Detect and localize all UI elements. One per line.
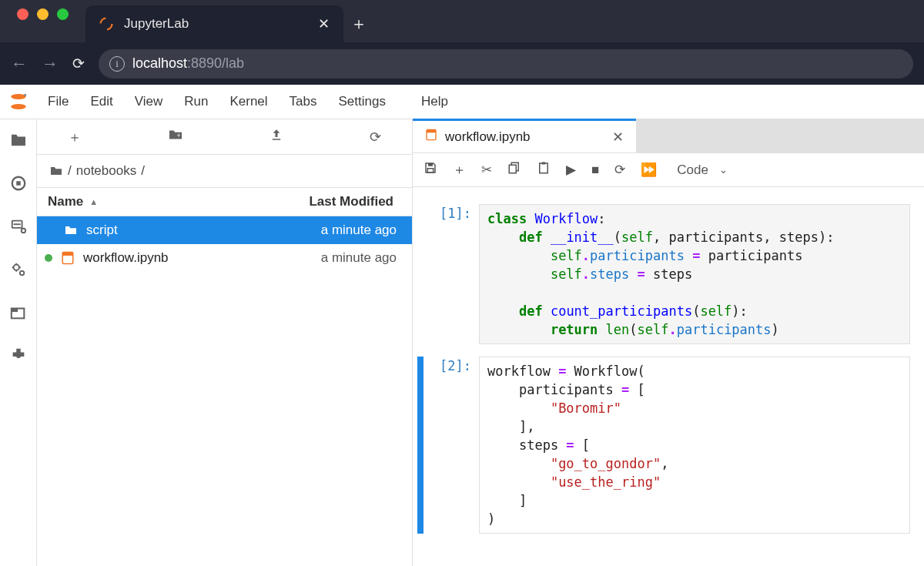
svg-rect-21 [509, 165, 516, 173]
notebook-tab-title: workflow.ipynb [445, 129, 531, 145]
svg-point-0 [101, 18, 112, 30]
cell-source[interactable]: workflow = Workflow( participants = [ "B… [479, 357, 910, 534]
paste-icon[interactable] [537, 160, 551, 179]
jupyter-logo-icon[interactable] [0, 85, 37, 119]
svg-point-9 [19, 271, 24, 276]
tabs-icon[interactable] [8, 303, 28, 323]
folder-icon [49, 166, 63, 176]
cell-source[interactable]: class Workflow: def __init__(self, parti… [479, 204, 910, 344]
run-all-icon[interactable]: ⏩ [641, 162, 657, 178]
close-icon[interactable]: ✕ [612, 129, 624, 146]
breadcrumb[interactable]: / notebooks / [37, 155, 412, 187]
file-browser-toolbar: ＋ + ⟳ [37, 119, 412, 155]
restart-icon[interactable]: ⟳ [614, 162, 625, 178]
stop-icon[interactable]: ■ [591, 162, 599, 178]
window-close-icon[interactable] [17, 8, 28, 20]
left-sidebar-rail [0, 119, 37, 566]
svg-rect-23 [542, 162, 546, 165]
svg-rect-13 [273, 139, 281, 140]
svg-rect-18 [428, 163, 433, 166]
file-name: script [86, 223, 255, 238]
git-icon[interactable] [8, 216, 28, 236]
svg-point-3 [24, 94, 26, 96]
file-row-notebook[interactable]: workflow.ipynb a minute ago [37, 244, 412, 272]
menu-tabs[interactable]: Tabs [279, 85, 328, 119]
address-bar: ← → ⟳ i localhost:8890/lab [0, 42, 924, 85]
svg-rect-5 [16, 181, 21, 186]
jupyter-favicon-icon [99, 17, 113, 31]
cell-type-select[interactable]: Code ⌄ [677, 162, 728, 178]
cell-active-bar [417, 357, 424, 534]
forward-button[interactable]: → [42, 54, 59, 74]
file-browser-list: script a minute ago workflow.ipynb a min… [37, 216, 412, 566]
document-tabs: workflow.ipynb ✕ [413, 119, 924, 153]
code-cell[interactable]: [2]:workflow = Workflow( participants = … [417, 357, 910, 534]
cell-prompt: [2]: [427, 357, 479, 534]
jupyterlab-topbar: File Edit View Run Kernel Tabs Settings … [0, 85, 924, 119]
running-indicator-icon [45, 254, 52, 262]
cut-icon[interactable]: ✂ [481, 162, 492, 178]
file-browser-icon[interactable] [8, 130, 28, 150]
menu-settings[interactable]: Settings [328, 85, 397, 119]
file-row-dir[interactable]: script a minute ago [37, 216, 412, 244]
svg-point-8 [13, 265, 18, 270]
window-zoom-icon[interactable] [57, 8, 69, 20]
sort-asc-icon: ▲ [89, 197, 98, 206]
browser-tab[interactable]: JupyterLab ✕ [85, 5, 343, 42]
running-kernels-icon[interactable] [8, 173, 28, 193]
new-launcher-icon[interactable]: ＋ [68, 128, 82, 146]
menu-help[interactable]: Help [410, 85, 459, 119]
browser-tab-title: JupyterLab [124, 16, 307, 32]
extensions-icon[interactable] [8, 346, 28, 366]
window-minimize-icon[interactable] [37, 8, 49, 20]
run-icon[interactable]: ▶ [566, 162, 576, 178]
menu-file[interactable]: File [37, 85, 79, 119]
url-field[interactable]: i localhost:8890/lab [99, 49, 913, 79]
menu-edit[interactable]: Edit [79, 85, 123, 119]
save-icon[interactable] [424, 161, 437, 179]
reload-button[interactable]: ⟳ [72, 55, 85, 72]
notebook-icon [60, 251, 75, 265]
file-modified: a minute ago [263, 223, 401, 238]
notebook-toolbar: ＋ ✂ ▶ ■ ⟳ ⏩ Code ⌄ [413, 153, 924, 187]
copy-icon[interactable] [507, 161, 521, 179]
code-cell[interactable]: [1]:class Workflow: def __init__(self, p… [417, 204, 910, 344]
file-browser-panel: ＋ + ⟳ / notebooks / Name ▲ Last Modified [37, 119, 413, 566]
svg-point-7 [21, 229, 25, 233]
svg-point-1 [11, 94, 26, 99]
breadcrumb-sep: / [141, 163, 145, 179]
notebook-tab[interactable]: workflow.ipynb ✕ [413, 119, 636, 152]
site-info-icon[interactable]: i [109, 56, 125, 72]
settings-icon[interactable] [8, 260, 28, 280]
svg-rect-11 [11, 309, 17, 313]
svg-rect-15 [62, 253, 73, 256]
column-header-modified[interactable]: Last Modified [263, 194, 401, 209]
upload-icon[interactable] [270, 128, 283, 146]
jupyterlab-body: ＋ + ⟳ / notebooks / Name ▲ Last Modified [0, 119, 924, 566]
browser-tab-strip: JupyterLab ✕ ＋ [0, 0, 924, 42]
svg-rect-19 [427, 169, 434, 172]
column-header-name[interactable]: Name ▲ [48, 194, 263, 209]
menu-kernel[interactable]: Kernel [219, 85, 278, 119]
menu-run[interactable]: Run [173, 85, 219, 119]
svg-rect-22 [540, 163, 548, 173]
notebook-cells: [1]:class Workflow: def __init__(self, p… [413, 187, 924, 566]
file-modified: a minute ago [263, 250, 401, 266]
back-button[interactable]: ← [11, 54, 28, 74]
new-tab-button[interactable]: ＋ [343, 5, 374, 42]
breadcrumb-folder[interactable]: notebooks [76, 163, 136, 179]
close-icon[interactable]: ✕ [318, 15, 330, 32]
svg-rect-17 [427, 129, 436, 132]
window-controls [8, 8, 78, 34]
notebook-icon [425, 129, 437, 145]
main-area: workflow.ipynb ✕ ＋ ✂ ▶ ■ ⟳ ⏩ Code ⌄ [413, 119, 924, 566]
insert-cell-icon[interactable]: ＋ [453, 161, 466, 179]
chevron-down-icon: ⌄ [719, 164, 728, 176]
file-browser-header: Name ▲ Last Modified [37, 187, 412, 216]
menubar: File Edit View Run Kernel Tabs Settings … [37, 85, 459, 119]
folder-icon [63, 225, 79, 236]
menu-view[interactable]: View [124, 85, 174, 119]
url-host: localhost:8890/lab [132, 55, 244, 72]
new-folder-icon[interactable]: + [168, 129, 183, 145]
refresh-icon[interactable]: ⟳ [370, 129, 381, 146]
